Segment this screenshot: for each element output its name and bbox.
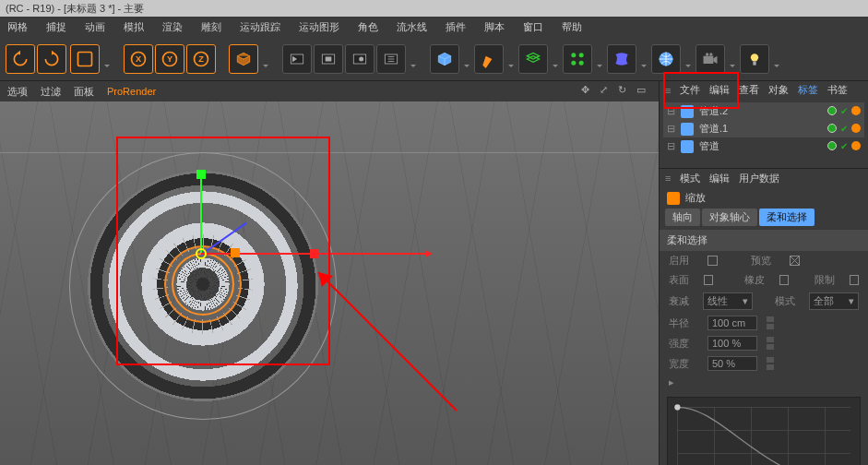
render-queue-button[interactable] xyxy=(376,44,406,74)
menu-character[interactable]: 角色 xyxy=(354,18,382,35)
menu-snap[interactable]: 捕捉 xyxy=(42,18,70,35)
enable-checkbox[interactable] xyxy=(707,256,718,266)
y-axis-button[interactable]: Y xyxy=(155,44,184,74)
visibility-dot-icon[interactable] xyxy=(827,124,837,133)
subtab-soft-selection[interactable]: 柔和选择 xyxy=(759,209,814,226)
undo-button[interactable] xyxy=(6,44,35,74)
falloff-curve-graph[interactable] xyxy=(667,397,861,465)
object-item[interactable]: ⊟ 管道 ✔ xyxy=(663,137,864,155)
dropdown-icon[interactable] xyxy=(773,44,780,74)
dropdown-icon[interactable] xyxy=(262,44,269,74)
array-button[interactable] xyxy=(563,44,592,74)
transform-gizmo[interactable] xyxy=(201,254,202,255)
spline-pen-button[interactable] xyxy=(474,44,504,74)
width-input[interactable]: 50 % xyxy=(707,356,757,371)
enable-check-icon[interactable]: ✔ xyxy=(840,141,848,151)
primitive-cube-button[interactable] xyxy=(430,44,459,74)
zoom-view-icon[interactable]: ⤢ xyxy=(600,84,614,99)
render-settings-button[interactable] xyxy=(345,44,375,74)
viewport-tab-filter[interactable]: 过滤 xyxy=(41,85,61,99)
deformer-button[interactable] xyxy=(607,44,636,74)
menu-mesh[interactable]: 网格 xyxy=(4,18,31,35)
viewport-tab-options[interactable]: 选项 xyxy=(7,85,28,99)
mode-select[interactable]: 全部▾ xyxy=(809,292,859,310)
visibility-dot-icon[interactable] xyxy=(827,106,837,115)
menu-simulate[interactable]: 模拟 xyxy=(120,18,148,35)
rotate-view-icon[interactable]: ↻ xyxy=(618,84,633,99)
prop-row-curve-toggle[interactable]: ▸ xyxy=(660,374,868,391)
dropdown-icon[interactable] xyxy=(729,44,736,74)
object-name[interactable]: 管道 xyxy=(699,139,719,153)
dropdown-icon[interactable] xyxy=(507,44,515,74)
render-region-button[interactable] xyxy=(314,44,343,74)
z-axis-button[interactable]: Z xyxy=(186,44,216,74)
tag-dot-icon[interactable] xyxy=(851,141,861,150)
subtab-axis[interactable]: 轴向 xyxy=(665,209,700,226)
dropdown-icon[interactable] xyxy=(684,44,692,74)
menu-plugins[interactable]: 插件 xyxy=(442,18,470,35)
viewport-tab-prorender[interactable]: ProRender xyxy=(107,86,156,97)
object-name[interactable]: 管道.2 xyxy=(699,104,728,118)
maximize-view-icon[interactable]: ▭ xyxy=(636,84,651,99)
menu-script[interactable]: 脚本 xyxy=(481,18,508,35)
tab-tags[interactable]: 标签 xyxy=(798,83,818,97)
camera-button[interactable] xyxy=(696,44,725,74)
menu-window[interactable]: 窗口 xyxy=(519,18,547,35)
falloff-select[interactable]: 线性▾ xyxy=(703,292,753,310)
gizmo-y-axis[interactable] xyxy=(200,175,202,254)
dropdown-icon[interactable] xyxy=(410,44,417,74)
enable-check-icon[interactable]: ✔ xyxy=(840,124,848,134)
redo-button[interactable] xyxy=(37,44,66,74)
dropdown-icon[interactable] xyxy=(640,44,648,74)
gizmo-scale-handle[interactable] xyxy=(231,248,240,257)
spinner-icon[interactable] xyxy=(767,316,774,330)
menu-sculpt[interactable]: 雕刻 xyxy=(197,18,225,35)
object-item[interactable]: ⊟ 管道.1 ✔ xyxy=(663,120,864,137)
dropdown-icon[interactable] xyxy=(596,44,603,74)
tab-file[interactable]: 文件 xyxy=(680,83,700,97)
gizmo-x-handle[interactable] xyxy=(310,249,319,258)
attrib-tab-edit[interactable]: 编辑 xyxy=(709,172,730,185)
viewport-3d[interactable] xyxy=(0,101,659,465)
dropdown-icon[interactable] xyxy=(552,44,559,74)
attrib-tab-mode[interactable]: 模式 xyxy=(680,172,700,185)
tag-dot-icon[interactable] xyxy=(851,106,861,115)
object-name[interactable]: 管道.1 xyxy=(699,122,728,136)
gizmo-origin[interactable] xyxy=(196,248,207,259)
dropdown-icon[interactable] xyxy=(103,44,111,74)
attrib-tab-userdata[interactable]: 用户数据 xyxy=(739,172,779,185)
visibility-dot-icon[interactable] xyxy=(827,141,837,150)
menu-animation[interactable]: 动画 xyxy=(81,18,109,35)
generator-button[interactable] xyxy=(518,44,548,74)
subtab-object-axis[interactable]: 对象轴心 xyxy=(702,209,757,226)
menu-help[interactable]: 帮助 xyxy=(558,18,586,35)
x-axis-button[interactable]: X xyxy=(124,44,153,74)
tag-dot-icon[interactable] xyxy=(851,124,861,133)
expand-icon[interactable]: ⊟ xyxy=(667,140,675,152)
spinner-icon[interactable] xyxy=(767,356,774,371)
expand-icon[interactable]: ⊟ xyxy=(667,123,675,135)
dropdown-icon[interactable] xyxy=(463,44,470,74)
menu-render[interactable]: 渲染 xyxy=(159,18,186,35)
spinner-icon[interactable] xyxy=(767,336,774,351)
tab-bookmarks[interactable]: 书签 xyxy=(827,83,848,97)
menu-mograph[interactable]: 运动图形 xyxy=(295,18,343,35)
enable-check-icon[interactable]: ✔ xyxy=(840,106,848,116)
menu-motion-tracking[interactable]: 运动跟踪 xyxy=(236,18,284,35)
preview-checkbox[interactable] xyxy=(790,256,800,266)
live-select-button[interactable] xyxy=(70,44,100,74)
expand-icon[interactable]: ⊟ xyxy=(667,105,675,117)
object-manager-list[interactable]: ⊟ 管道.2 ✔ ⊟ 管道.1 ✔ ⊟ 管道 ✔ xyxy=(660,99,868,159)
menu-pipeline[interactable]: 流水线 xyxy=(393,18,431,35)
object-item[interactable]: ⊟ 管道.2 ✔ xyxy=(663,102,864,120)
viewport-tab-panel[interactable]: 面板 xyxy=(74,85,94,99)
radius-input[interactable]: 100 cm xyxy=(707,316,757,330)
limit-checkbox[interactable] xyxy=(850,275,859,285)
strength-input[interactable]: 100 % xyxy=(707,336,757,351)
light-button[interactable] xyxy=(740,44,769,74)
coordinate-system-button[interactable] xyxy=(229,44,258,74)
environment-button[interactable] xyxy=(651,44,681,74)
tab-object[interactable]: 对象 xyxy=(768,83,789,97)
tab-edit[interactable]: 编辑 xyxy=(709,83,730,97)
move-view-icon[interactable]: ✥ xyxy=(581,84,596,99)
